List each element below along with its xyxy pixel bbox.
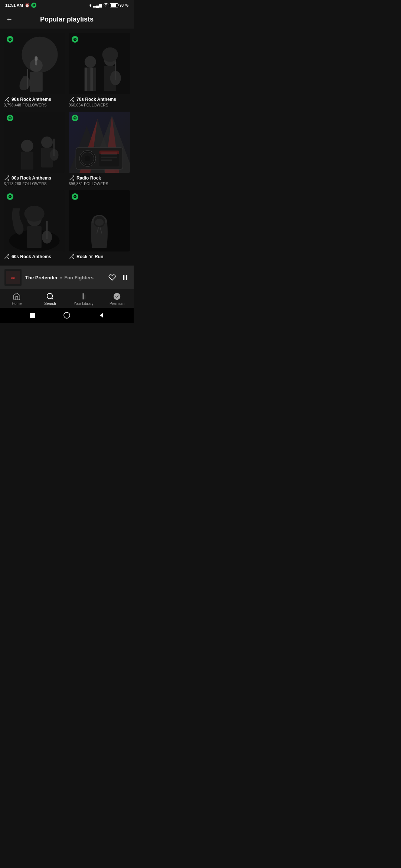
- battery-icon: [110, 3, 118, 7]
- page-title: Popular playlists: [40, 16, 94, 23]
- svg-rect-12: [85, 68, 88, 91]
- nav-premium-label: Premium: [110, 302, 124, 306]
- playlist-name-row-70s: 70s Rock Anthems: [69, 96, 130, 102]
- svg-rect-15: [93, 68, 96, 91]
- followers-count-radiorock: 696,881 FOLLOWERS: [69, 182, 130, 186]
- nav-search-label: Search: [44, 302, 56, 306]
- sys-home-button[interactable]: [63, 312, 71, 319]
- svg-point-26: [41, 137, 53, 148]
- nav-home[interactable]: Home: [0, 292, 33, 306]
- search-icon: [46, 292, 54, 300]
- svg-rect-55: [46, 221, 48, 239]
- back-button[interactable]: ←: [6, 16, 13, 23]
- svg-rect-46: [100, 151, 119, 154]
- svg-rect-45: [101, 160, 112, 161]
- playlist-art-00s: [4, 112, 65, 173]
- status-right: ∗ ▂▄▆ 93%: [89, 2, 128, 8]
- playlist-name-rocknrun: Rock 'n' Run: [76, 254, 103, 259]
- playlist-card-70s[interactable]: 70s Rock Anthems: [69, 33, 130, 108]
- nav-search[interactable]: Search: [33, 292, 67, 306]
- playlist-card-90s[interactable]: 90s Rock Anthems: [4, 33, 65, 108]
- pause-button[interactable]: [121, 273, 129, 282]
- library-icon: [79, 292, 88, 300]
- playlist-thumb-60s: 60s Rock Anthems: [4, 190, 65, 251]
- svg-rect-44: [101, 157, 117, 158]
- premium-icon: [113, 292, 121, 300]
- svg-point-76: [64, 312, 70, 318]
- playlist-name-90s: 90s Rock Anthems: [12, 97, 51, 102]
- now-playing-bar[interactable]: FF The Pretender • Foo Fighters: [0, 266, 134, 289]
- song-title: The Pretender: [25, 275, 58, 280]
- followers-count-70s: 960,064 FOLLOWERS: [69, 103, 130, 107]
- spotify-logo-radiorock: [72, 115, 78, 121]
- playlist-info-rocknrun: Rock 'n' Run: [69, 251, 130, 261]
- header: ← Popular playlists: [0, 10, 134, 29]
- playlist-name-60s: 60s Rock Anthems: [12, 254, 51, 259]
- wifi-icon: [103, 2, 108, 8]
- svg-point-52: [24, 206, 44, 222]
- playlist-info-60s: 60s Rock Anthems: [4, 251, 65, 261]
- playlist-art-radiorock: [69, 112, 130, 173]
- now-playing-title: The Pretender • Foo Fighters: [25, 275, 105, 280]
- playlist-info-00s: 00s Rock Anthems 3,118,268 FOLLOWERS: [4, 173, 65, 187]
- nav-premium[interactable]: Premium: [100, 292, 134, 306]
- svg-point-24: [21, 140, 33, 152]
- sys-back-button[interactable]: [98, 312, 105, 319]
- svg-rect-5: [35, 56, 38, 61]
- nav-home-label: Home: [12, 302, 22, 306]
- playlist-name-row-radiorock: Radio Rock: [69, 175, 130, 181]
- playlist-name-70s: 70s Rock Anthems: [76, 97, 116, 102]
- svg-rect-6: [27, 69, 28, 89]
- nav-library[interactable]: Your Library: [67, 292, 100, 306]
- playlist-art-70s: [69, 33, 130, 94]
- svg-point-10: [85, 56, 96, 68]
- svg-point-74: [114, 293, 120, 300]
- svg-rect-13: [87, 68, 90, 91]
- spotify-logo-rocknrun: [72, 193, 78, 200]
- time: 11:51 AM: [5, 3, 23, 7]
- spotify-logo-60s: [7, 193, 13, 200]
- playlist-thumb-rocknrun: Rock 'n' Run 160 - 180 BPM: [69, 190, 130, 251]
- shuffle-icon-radiorock: [69, 175, 75, 181]
- playlist-card-60s[interactable]: 60s Rock Anthems 60s: [4, 190, 65, 261]
- playlist-info-70s: 70s Rock Anthems 960,064 FOLLOWERS: [69, 94, 130, 108]
- svg-point-63: [95, 219, 104, 226]
- alarm-icon: ⏰: [25, 3, 29, 7]
- playlist-name-radiorock: Radio Rock: [76, 175, 101, 181]
- playlist-grid: 90s Rock Anthems: [0, 29, 134, 266]
- system-nav: [0, 308, 134, 323]
- signal-bars: ▂▄▆: [93, 3, 102, 7]
- followers-count-00s: 3,118,268 FOLLOWERS: [4, 182, 65, 186]
- playlist-name-row-60s: 60s Rock Anthems: [4, 254, 65, 260]
- playlist-thumb-90s: 90s Rock Anthems: [4, 33, 65, 94]
- playlist-name-00s: 00s Rock Anthems: [12, 175, 51, 181]
- status-left: 11:51 AM ⏰: [5, 3, 36, 8]
- playlist-thumb-radiorock: Radio Rock: [69, 112, 130, 173]
- svg-rect-3: [30, 72, 43, 92]
- svg-point-69: [47, 293, 53, 299]
- now-playing-thumb: FF: [4, 269, 22, 286]
- playlist-card-radiorock[interactable]: Radio Rock: [69, 112, 130, 187]
- playlist-art-60s: [4, 190, 65, 251]
- playlist-card-00s[interactable]: 00s Rock Anthems 00s Rock A: [4, 112, 65, 187]
- svg-rect-19: [115, 62, 116, 80]
- playlist-name-row-rocknrun: Rock 'n' Run: [69, 254, 130, 260]
- playlist-card-rocknrun[interactable]: Rock 'n' Run 160 - 180 BPM: [69, 190, 130, 261]
- spotify-logo-90s: [7, 36, 13, 43]
- svg-rect-53: [27, 226, 42, 248]
- svg-rect-23: [4, 112, 65, 173]
- shuffle-icon-00s: [4, 175, 10, 181]
- playlist-info-90s: 90s Rock Anthems 3,798,448 FOLLOWERS: [4, 94, 65, 108]
- shuffle-icon-rocknrun: [69, 254, 75, 260]
- svg-rect-9: [69, 33, 130, 94]
- playlist-art-rocknrun: [69, 190, 130, 251]
- like-button[interactable]: [108, 274, 116, 281]
- playlist-info-radiorock: Radio Rock 696,881 FOLLOWERS: [69, 173, 130, 187]
- svg-point-20: [102, 47, 118, 62]
- spotify-logo-70s: [72, 36, 78, 43]
- svg-rect-14: [90, 68, 93, 91]
- sys-stop-button[interactable]: [29, 312, 36, 319]
- playlist-art-90s: [4, 33, 65, 94]
- home-icon: [13, 292, 21, 300]
- svg-rect-75: [30, 313, 35, 318]
